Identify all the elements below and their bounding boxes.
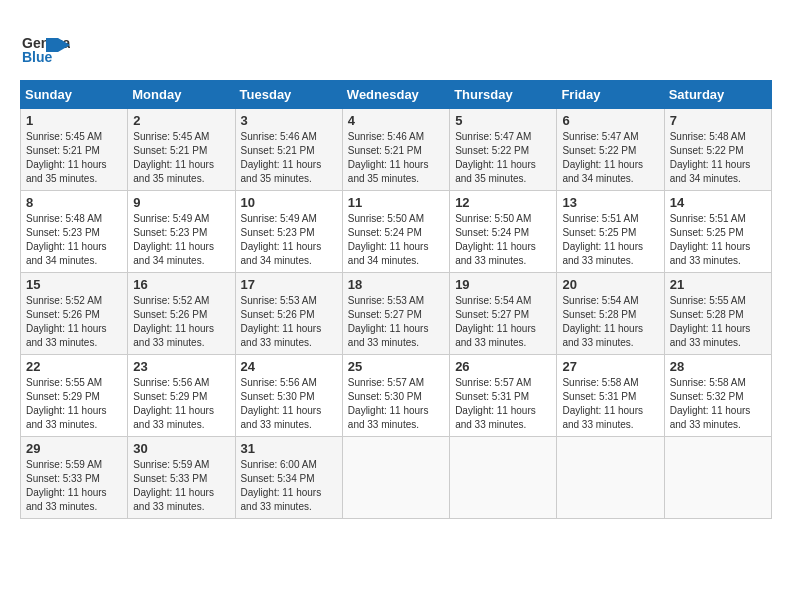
day-number: 22 [26, 359, 122, 374]
cell-sun-info: Sunrise: 5:47 AMSunset: 5:22 PMDaylight:… [455, 130, 551, 186]
cell-sun-info: Sunrise: 5:48 AMSunset: 5:23 PMDaylight:… [26, 212, 122, 268]
cell-sun-info: Sunrise: 5:45 AMSunset: 5:21 PMDaylight:… [26, 130, 122, 186]
calendar-cell: 21Sunrise: 5:55 AMSunset: 5:28 PMDayligh… [664, 273, 771, 355]
col-header-tuesday: Tuesday [235, 81, 342, 109]
calendar-cell: 17Sunrise: 5:53 AMSunset: 5:26 PMDayligh… [235, 273, 342, 355]
calendar-cell: 7Sunrise: 5:48 AMSunset: 5:22 PMDaylight… [664, 109, 771, 191]
calendar-cell: 29Sunrise: 5:59 AMSunset: 5:33 PMDayligh… [21, 437, 128, 519]
cell-sun-info: Sunrise: 5:55 AMSunset: 5:28 PMDaylight:… [670, 294, 766, 350]
cell-sun-info: Sunrise: 5:57 AMSunset: 5:31 PMDaylight:… [455, 376, 551, 432]
cell-sun-info: Sunrise: 5:57 AMSunset: 5:30 PMDaylight:… [348, 376, 444, 432]
cell-sun-info: Sunrise: 5:56 AMSunset: 5:29 PMDaylight:… [133, 376, 229, 432]
calendar-cell: 10Sunrise: 5:49 AMSunset: 5:23 PMDayligh… [235, 191, 342, 273]
logo-icon: General Blue [20, 20, 70, 70]
calendar-table: SundayMondayTuesdayWednesdayThursdayFrid… [20, 80, 772, 519]
header: General Blue [20, 20, 772, 70]
cell-sun-info: Sunrise: 5:50 AMSunset: 5:24 PMDaylight:… [455, 212, 551, 268]
col-header-saturday: Saturday [664, 81, 771, 109]
day-number: 24 [241, 359, 337, 374]
calendar-cell: 5Sunrise: 5:47 AMSunset: 5:22 PMDaylight… [450, 109, 557, 191]
day-number: 27 [562, 359, 658, 374]
calendar-cell [557, 437, 664, 519]
cell-sun-info: Sunrise: 5:51 AMSunset: 5:25 PMDaylight:… [670, 212, 766, 268]
calendar-cell: 13Sunrise: 5:51 AMSunset: 5:25 PMDayligh… [557, 191, 664, 273]
cell-sun-info: Sunrise: 5:46 AMSunset: 5:21 PMDaylight:… [348, 130, 444, 186]
calendar-cell: 15Sunrise: 5:52 AMSunset: 5:26 PMDayligh… [21, 273, 128, 355]
calendar-cell: 2Sunrise: 5:45 AMSunset: 5:21 PMDaylight… [128, 109, 235, 191]
day-number: 1 [26, 113, 122, 128]
calendar-header-row: SundayMondayTuesdayWednesdayThursdayFrid… [21, 81, 772, 109]
cell-sun-info: Sunrise: 5:46 AMSunset: 5:21 PMDaylight:… [241, 130, 337, 186]
col-header-thursday: Thursday [450, 81, 557, 109]
calendar-cell: 19Sunrise: 5:54 AMSunset: 5:27 PMDayligh… [450, 273, 557, 355]
day-number: 15 [26, 277, 122, 292]
calendar-cell: 3Sunrise: 5:46 AMSunset: 5:21 PMDaylight… [235, 109, 342, 191]
calendar-cell: 6Sunrise: 5:47 AMSunset: 5:22 PMDaylight… [557, 109, 664, 191]
day-number: 9 [133, 195, 229, 210]
cell-sun-info: Sunrise: 5:49 AMSunset: 5:23 PMDaylight:… [133, 212, 229, 268]
day-number: 25 [348, 359, 444, 374]
calendar-week-row: 8Sunrise: 5:48 AMSunset: 5:23 PMDaylight… [21, 191, 772, 273]
calendar-cell: 20Sunrise: 5:54 AMSunset: 5:28 PMDayligh… [557, 273, 664, 355]
day-number: 28 [670, 359, 766, 374]
calendar-cell: 22Sunrise: 5:55 AMSunset: 5:29 PMDayligh… [21, 355, 128, 437]
cell-sun-info: Sunrise: 5:48 AMSunset: 5:22 PMDaylight:… [670, 130, 766, 186]
day-number: 31 [241, 441, 337, 456]
cell-sun-info: Sunrise: 5:52 AMSunset: 5:26 PMDaylight:… [26, 294, 122, 350]
calendar-cell [664, 437, 771, 519]
calendar-cell: 28Sunrise: 5:58 AMSunset: 5:32 PMDayligh… [664, 355, 771, 437]
day-number: 16 [133, 277, 229, 292]
day-number: 12 [455, 195, 551, 210]
day-number: 20 [562, 277, 658, 292]
calendar-cell: 24Sunrise: 5:56 AMSunset: 5:30 PMDayligh… [235, 355, 342, 437]
calendar-cell [342, 437, 449, 519]
logo: General Blue [20, 20, 70, 70]
day-number: 23 [133, 359, 229, 374]
cell-sun-info: Sunrise: 5:49 AMSunset: 5:23 PMDaylight:… [241, 212, 337, 268]
day-number: 13 [562, 195, 658, 210]
day-number: 29 [26, 441, 122, 456]
cell-sun-info: Sunrise: 5:59 AMSunset: 5:33 PMDaylight:… [26, 458, 122, 514]
calendar-cell: 23Sunrise: 5:56 AMSunset: 5:29 PMDayligh… [128, 355, 235, 437]
day-number: 11 [348, 195, 444, 210]
calendar-cell: 27Sunrise: 5:58 AMSunset: 5:31 PMDayligh… [557, 355, 664, 437]
calendar-cell: 9Sunrise: 5:49 AMSunset: 5:23 PMDaylight… [128, 191, 235, 273]
calendar-cell [450, 437, 557, 519]
calendar-cell: 8Sunrise: 5:48 AMSunset: 5:23 PMDaylight… [21, 191, 128, 273]
cell-sun-info: Sunrise: 5:51 AMSunset: 5:25 PMDaylight:… [562, 212, 658, 268]
cell-sun-info: Sunrise: 5:45 AMSunset: 5:21 PMDaylight:… [133, 130, 229, 186]
cell-sun-info: Sunrise: 5:54 AMSunset: 5:28 PMDaylight:… [562, 294, 658, 350]
calendar-week-row: 22Sunrise: 5:55 AMSunset: 5:29 PMDayligh… [21, 355, 772, 437]
calendar-cell: 4Sunrise: 5:46 AMSunset: 5:21 PMDaylight… [342, 109, 449, 191]
day-number: 4 [348, 113, 444, 128]
calendar-cell: 26Sunrise: 5:57 AMSunset: 5:31 PMDayligh… [450, 355, 557, 437]
cell-sun-info: Sunrise: 5:58 AMSunset: 5:32 PMDaylight:… [670, 376, 766, 432]
calendar-cell: 30Sunrise: 5:59 AMSunset: 5:33 PMDayligh… [128, 437, 235, 519]
cell-sun-info: Sunrise: 5:55 AMSunset: 5:29 PMDaylight:… [26, 376, 122, 432]
day-number: 8 [26, 195, 122, 210]
calendar-cell: 12Sunrise: 5:50 AMSunset: 5:24 PMDayligh… [450, 191, 557, 273]
day-number: 17 [241, 277, 337, 292]
day-number: 3 [241, 113, 337, 128]
calendar-cell: 31Sunrise: 6:00 AMSunset: 5:34 PMDayligh… [235, 437, 342, 519]
cell-sun-info: Sunrise: 5:50 AMSunset: 5:24 PMDaylight:… [348, 212, 444, 268]
cell-sun-info: Sunrise: 5:59 AMSunset: 5:33 PMDaylight:… [133, 458, 229, 514]
day-number: 18 [348, 277, 444, 292]
calendar-cell: 11Sunrise: 5:50 AMSunset: 5:24 PMDayligh… [342, 191, 449, 273]
calendar-cell: 18Sunrise: 5:53 AMSunset: 5:27 PMDayligh… [342, 273, 449, 355]
day-number: 5 [455, 113, 551, 128]
day-number: 21 [670, 277, 766, 292]
day-number: 2 [133, 113, 229, 128]
col-header-monday: Monday [128, 81, 235, 109]
cell-sun-info: Sunrise: 5:53 AMSunset: 5:27 PMDaylight:… [348, 294, 444, 350]
cell-sun-info: Sunrise: 5:53 AMSunset: 5:26 PMDaylight:… [241, 294, 337, 350]
col-header-wednesday: Wednesday [342, 81, 449, 109]
calendar-week-row: 1Sunrise: 5:45 AMSunset: 5:21 PMDaylight… [21, 109, 772, 191]
day-number: 7 [670, 113, 766, 128]
cell-sun-info: Sunrise: 5:47 AMSunset: 5:22 PMDaylight:… [562, 130, 658, 186]
day-number: 19 [455, 277, 551, 292]
day-number: 10 [241, 195, 337, 210]
col-header-friday: Friday [557, 81, 664, 109]
calendar-cell: 1Sunrise: 5:45 AMSunset: 5:21 PMDaylight… [21, 109, 128, 191]
cell-sun-info: Sunrise: 5:54 AMSunset: 5:27 PMDaylight:… [455, 294, 551, 350]
